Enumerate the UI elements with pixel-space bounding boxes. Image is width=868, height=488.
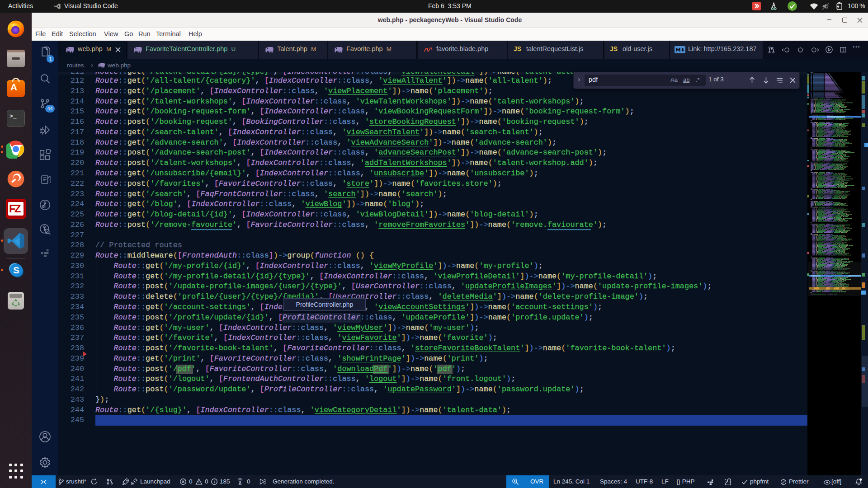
svg-text:S: S (13, 265, 19, 275)
